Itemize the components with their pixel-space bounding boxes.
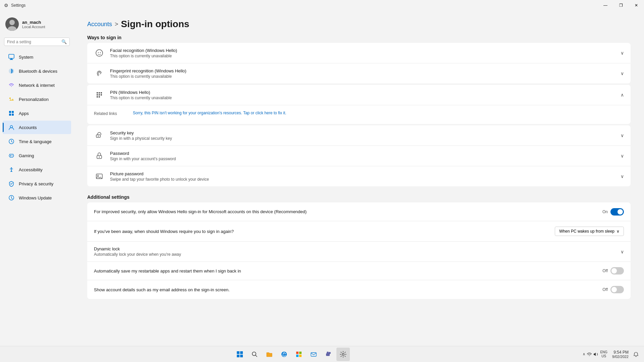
user-name: an_mach (22, 20, 45, 25)
apps-icon (8, 110, 15, 117)
related-links-label: Related links (94, 111, 127, 116)
sidebar-item-apps[interactable]: Apps (3, 107, 71, 120)
restart-apps-toggle[interactable] (610, 267, 624, 275)
taskbar: ∧ ENGUS 9:54 PM 9/02/2022 (0, 346, 644, 362)
avatar (5, 17, 19, 31)
svg-point-7 (9, 98, 11, 99)
sidebar-item-gaming[interactable]: Gaming (3, 149, 71, 162)
fingerprint-chevron: ∨ (621, 71, 624, 76)
taskbar-file-explorer[interactable] (263, 348, 276, 361)
pin-section: PIN (Windows Hello) This option is curre… (87, 85, 631, 124)
user-info: an_mach Local Account (22, 20, 45, 29)
facial-recognition-row[interactable]: Facial recognition (Windows Hello) This … (87, 43, 631, 63)
account-details-toggle[interactable] (610, 286, 624, 293)
password-title: Password (110, 151, 621, 156)
sign-in-card-top: Facial recognition (Windows Hello) This … (87, 43, 631, 83)
window-title: Settings (11, 3, 25, 8)
taskbar-mail[interactable] (307, 348, 320, 361)
search-input[interactable] (7, 40, 59, 44)
close-button[interactable]: ✕ (629, 0, 644, 11)
picture-password-icon (94, 171, 105, 182)
tray-up-arrow[interactable]: ∧ (583, 352, 585, 356)
hello-only-toggle[interactable] (610, 208, 624, 216)
dropdown-chevron-icon: ∨ (616, 229, 620, 234)
sidebar-item-system[interactable]: System (3, 50, 71, 64)
pin-fix-link[interactable]: Sorry, this PIN isn't working for your o… (133, 111, 286, 115)
taskbar-teams[interactable] (322, 348, 335, 361)
security-key-subtitle: Sign in with a physical security key (110, 136, 621, 141)
security-key-row[interactable]: Security key Sign in with a physical sec… (87, 125, 631, 146)
additional-settings-card: For improved security, only allow Window… (87, 202, 631, 299)
app-container: an_mach Local Account 🔍 System (0, 11, 644, 346)
require-signin-control: When PC wakes up from sleep ∨ (555, 227, 624, 236)
facial-text: Facial recognition (Windows Hello) This … (110, 48, 621, 58)
svg-point-30 (98, 136, 99, 137)
picture-password-title: Picture password (110, 171, 621, 176)
search-box[interactable]: 🔍 (4, 38, 70, 46)
sidebar-item-time[interactable]: Time & language (3, 135, 71, 148)
facial-subtitle: This option is currently unavailable (110, 54, 621, 58)
svg-rect-25 (99, 94, 100, 96)
time-display[interactable]: 9:54 PM 9/02/2022 (612, 350, 629, 359)
password-subtitle: Sign in with your account's password (110, 157, 621, 161)
require-signin-text: If you've been away, when should Windows… (94, 229, 555, 234)
sidebar-item-personalization[interactable]: Personalization (3, 93, 71, 106)
svg-rect-24 (97, 94, 98, 96)
pin-text: PIN (Windows Hello) This option is curre… (110, 90, 621, 100)
security-key-title: Security key (110, 130, 621, 135)
security-key-text: Security key Sign in with a physical sec… (110, 130, 621, 141)
pin-body: Related links Sorry, this PIN isn't work… (87, 105, 631, 124)
breadcrumb-parent[interactable]: Accounts (87, 21, 112, 28)
notification-button[interactable] (631, 348, 641, 361)
dynamic-lock-row[interactable]: Dynamic lock Automatically lock your dev… (87, 242, 631, 261)
user-type: Local Account (22, 25, 45, 29)
require-signin-dropdown[interactable]: When PC wakes up from sleep ∨ (555, 227, 624, 236)
svg-rect-44 (299, 355, 302, 357)
svg-point-32 (99, 157, 100, 158)
password-row[interactable]: Password Sign in with your account's pas… (87, 146, 631, 166)
sidebar-item-accessibility[interactable]: Accessibility (3, 163, 71, 176)
maximize-button[interactable]: ❐ (613, 0, 629, 11)
account-details-status: Off (602, 287, 608, 292)
fingerprint-row[interactable]: Fingerprint recognition (Windows Hello) … (87, 63, 631, 83)
sidebar-label-personalization: Personalization (19, 97, 49, 102)
toggle-knob-off2 (611, 287, 617, 292)
pin-title: PIN (Windows Hello) (110, 90, 621, 95)
taskbar-browser[interactable] (277, 348, 291, 361)
taskbar-search-button[interactable] (248, 348, 261, 361)
breadcrumb: Accounts > Sign-in options (87, 19, 631, 29)
svg-point-47 (329, 352, 331, 354)
sidebar-item-network[interactable]: Network & internet (3, 78, 71, 92)
page-title: Sign-in options (121, 19, 190, 29)
titlebar-left: ⚙ Settings (4, 3, 25, 8)
taskbar-settings[interactable] (336, 348, 350, 361)
start-button[interactable] (233, 348, 247, 361)
password-text: Password Sign in with your account's pas… (110, 151, 621, 161)
sidebar-item-privacy[interactable]: Privacy & security (3, 177, 71, 190)
svg-point-15 (12, 156, 13, 156)
sidebar-item-windows-update[interactable]: Windows Update (3, 191, 71, 204)
pin-header-row[interactable]: PIN (Windows Hello) This option is curre… (87, 85, 631, 105)
lang-indicator: ENGUS (600, 350, 607, 358)
sidebar-label-apps: Apps (19, 111, 29, 116)
password-icon (94, 150, 105, 161)
fingerprint-icon (94, 68, 105, 79)
dynamic-lock-subtitle: Automatically lock your device when you'… (94, 252, 621, 257)
network-icon (8, 82, 15, 88)
taskbar-center (233, 348, 350, 361)
picture-password-row[interactable]: Picture password Swipe and tap your favo… (87, 166, 631, 186)
svg-point-39 (252, 352, 256, 356)
account-details-text: Show account details such as my email ad… (94, 287, 602, 292)
svg-point-49 (342, 353, 344, 355)
svg-rect-8 (9, 111, 11, 113)
password-chevron: ∨ (621, 153, 624, 159)
taskbar-store[interactable] (292, 348, 306, 361)
svg-point-20 (100, 52, 101, 53)
svg-rect-43 (296, 355, 299, 357)
svg-rect-9 (12, 111, 14, 113)
minimize-button[interactable]: — (598, 0, 613, 11)
security-key-icon (94, 130, 105, 141)
sidebar-label-system: System (19, 55, 33, 60)
sidebar-item-accounts[interactable]: Accounts (3, 121, 71, 134)
sidebar-item-bluetooth[interactable]: Bluetooth & devices (3, 64, 71, 78)
